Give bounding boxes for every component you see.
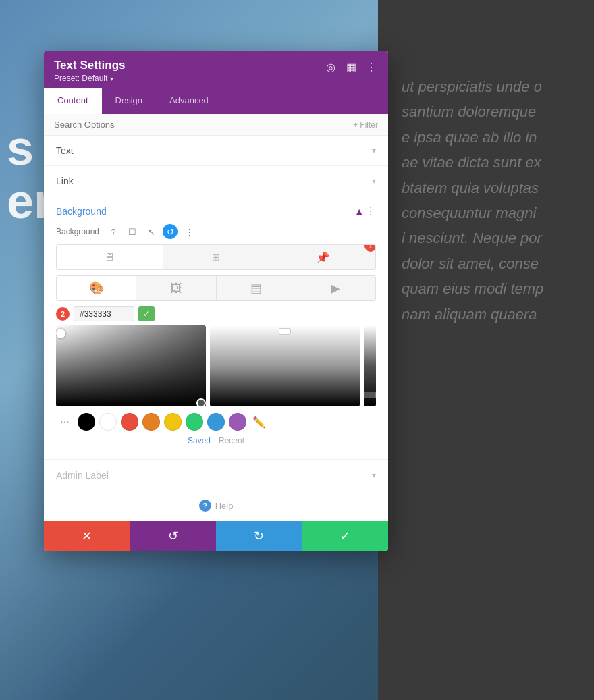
bg-more-icon[interactable]: ⋮ <box>365 205 376 217</box>
modal-title-group: Text Settings Preset: Default ▾ <box>54 59 125 83</box>
reset-button[interactable]: ↺ <box>130 521 217 551</box>
link-section-label: Link <box>56 176 74 186</box>
help-label: Help <box>215 501 234 511</box>
swatch-white[interactable] <box>99 413 117 431</box>
bg-tab-pin[interactable]: 📌 1 <box>269 245 375 269</box>
text-chevron-icon: ▾ <box>372 146 376 155</box>
text-section-row[interactable]: Text ▾ <box>44 136 388 166</box>
link-section-row[interactable]: Link ▾ <box>44 166 388 196</box>
hue-slider-handle <box>279 328 291 335</box>
bg-chevron-up-icon[interactable]: ▲ <box>354 206 364 217</box>
color-hex-input[interactable] <box>74 306 134 321</box>
search-input[interactable] <box>54 119 353 130</box>
bg-tab-2[interactable]: ⊞ <box>163 245 270 269</box>
color-hex-row: 2 ✓ <box>56 306 376 321</box>
bg-header-right: ▲ ⋮ <box>354 205 376 217</box>
color-fill-tab[interactable]: 🎨 <box>57 276 136 300</box>
modal-header-icons: ◎ ▦ ⋮ <box>324 60 378 74</box>
image-tab[interactable]: 🖼 <box>136 276 216 300</box>
hue-slider[interactable] <box>210 325 360 406</box>
cancel-button[interactable]: ✕ <box>44 521 130 551</box>
video-tab[interactable]: ▶ <box>296 276 375 300</box>
tab-advanced[interactable]: Advanced <box>156 88 222 114</box>
save-button[interactable]: ✓ <box>302 521 389 551</box>
image-icon: 🖼 <box>170 281 182 296</box>
tab-design[interactable]: Design <box>102 88 156 114</box>
bg-type-tabs: 🖥 ⊞ 📌 1 <box>56 244 376 270</box>
color-gradient-canvas[interactable] <box>56 325 206 406</box>
swatch-orange[interactable] <box>142 413 160 431</box>
bg-section-header: Background ▲ ⋮ <box>56 205 376 217</box>
help-row[interactable]: ? Help <box>44 490 388 521</box>
target-icon[interactable]: ◎ <box>324 60 338 74</box>
modal-footer: ✕ ↺ ↻ ✓ <box>44 521 388 551</box>
modal-content: Text ▾ Link ▾ Background ▲ ⋮ Background … <box>44 136 388 521</box>
saved-recent-tabs: Saved Recent <box>56 436 376 446</box>
search-bar: + Filter <box>44 114 388 136</box>
redo-button[interactable]: ↻ <box>216 521 302 551</box>
saved-tab[interactable]: Saved <box>188 436 211 446</box>
desktop-icon: 🖥 <box>104 251 115 263</box>
grid-icon[interactable]: ▦ <box>344 60 358 74</box>
link-chevron-icon: ▾ <box>372 176 376 186</box>
bg-toolbar: Background ? ☐ ↖ ↺ ⋮ <box>56 224 376 239</box>
gradient-icon: ▤ <box>250 281 262 296</box>
color-confirm-button[interactable]: ✓ <box>138 306 155 321</box>
eraser-icon[interactable]: ✏️ <box>250 413 268 431</box>
bg-mobile-icon[interactable]: ☐ <box>125 224 140 239</box>
recent-tab[interactable]: Recent <box>219 436 244 446</box>
color-picker-group <box>56 325 376 409</box>
badge-1: 1 <box>364 244 376 252</box>
modal-tabs: Content Design Advanced <box>44 88 388 114</box>
modal-preset[interactable]: Preset: Default ▾ <box>54 74 125 83</box>
bg-tab2-icon: ⊞ <box>212 252 220 263</box>
swatch-black[interactable] <box>78 413 95 431</box>
badge-2-icon: 2 <box>56 307 70 321</box>
color-fill-icon: 🎨 <box>89 281 104 296</box>
bg-tab-desktop[interactable]: 🖥 <box>57 245 163 269</box>
bg-text-content: ut perspiciatis unde o santium doloremqu… <box>392 68 594 333</box>
help-icon: ? <box>199 500 211 512</box>
modal-title: Text Settings <box>54 59 125 72</box>
more-icon[interactable]: ⋮ <box>364 60 378 74</box>
gradient-tab[interactable]: ▤ <box>217 276 296 300</box>
text-settings-modal: Text Settings Preset: Default ▾ ◎ ▦ ⋮ Co… <box>44 51 388 551</box>
alpha-slider-handle <box>364 392 376 398</box>
bg-more-dots-icon[interactable]: ⋮ <box>182 224 196 239</box>
right-panel-bg: ut perspiciatis unde o santium doloremqu… <box>378 0 594 700</box>
color-type-tabs: 🎨 🖼 ▤ ▶ <box>56 275 376 301</box>
swatch-blue[interactable] <box>207 413 225 431</box>
color-picker-handle-white[interactable] <box>56 329 65 338</box>
swatch-more-button[interactable]: ··· <box>56 413 74 431</box>
bg-type-tabs-container: 🖥 ⊞ 📌 1 <box>56 244 376 270</box>
swatch-green[interactable] <box>186 413 203 431</box>
bg-toolbar-label: Background <box>56 227 99 236</box>
preset-arrow-icon: ▾ <box>110 75 113 82</box>
bg-sync-icon[interactable]: ↺ <box>163 224 178 239</box>
video-icon: ▶ <box>331 281 340 296</box>
swatch-red[interactable] <box>121 413 138 431</box>
filter-button[interactable]: + Filter <box>353 120 378 130</box>
bg-section-title: Background <box>56 206 107 217</box>
modal-header: Text Settings Preset: Default ▾ ◎ ▦ ⋮ <box>44 51 388 88</box>
pin-icon: 📌 <box>316 251 329 264</box>
color-picker-area: 2 ✓ <box>56 306 376 446</box>
tab-content[interactable]: Content <box>44 88 102 114</box>
admin-label-row[interactable]: Admin Label ▾ <box>44 460 388 490</box>
admin-label-text: Admin Label <box>56 470 109 481</box>
bg-cursor-icon[interactable]: ↖ <box>144 224 159 239</box>
bg-help-icon[interactable]: ? <box>106 224 121 239</box>
swatch-purple[interactable] <box>229 413 246 431</box>
color-picker-handle-dark[interactable] <box>196 398 206 406</box>
alpha-slider[interactable] <box>364 325 376 406</box>
color-swatches: ··· ✏️ <box>56 409 376 435</box>
background-section: Background ▲ ⋮ Background ? ☐ ↖ ↺ ⋮ 🖥 <box>44 196 388 460</box>
swatch-yellow[interactable] <box>164 413 182 431</box>
text-section-label: Text <box>56 145 74 156</box>
admin-chevron-icon: ▾ <box>372 470 376 480</box>
